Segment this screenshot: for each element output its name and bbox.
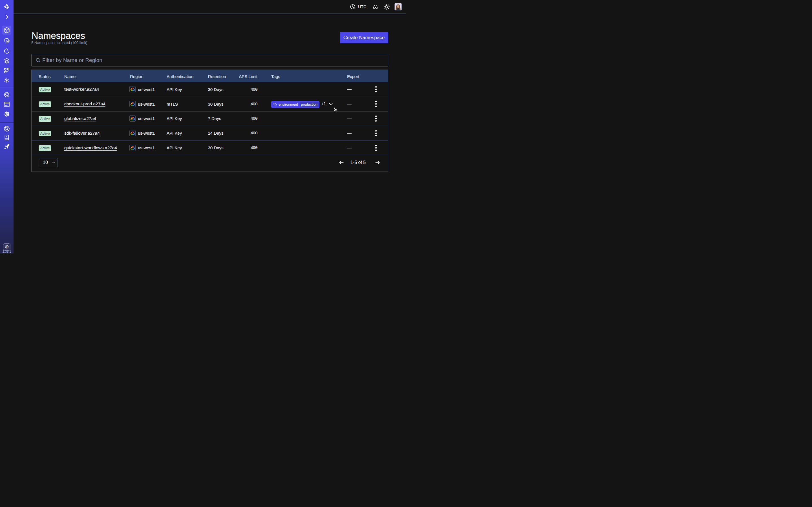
svg-text:$: $ [6,246,8,248]
